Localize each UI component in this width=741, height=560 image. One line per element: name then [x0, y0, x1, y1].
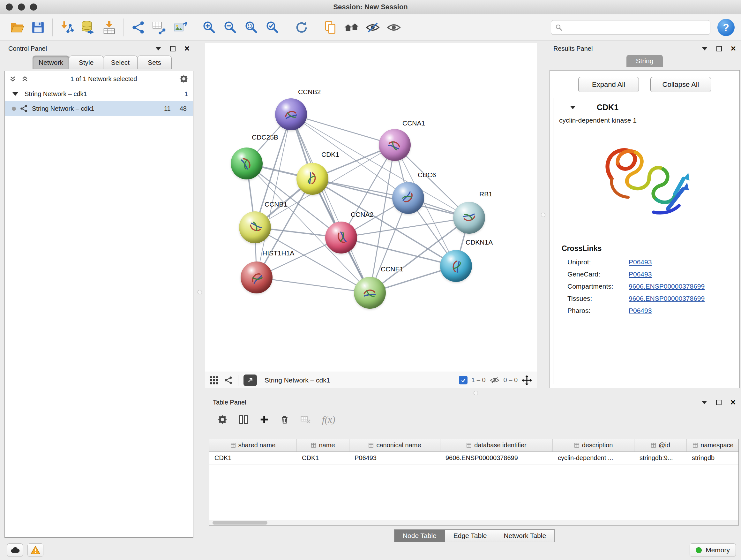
- close-panel-icon[interactable]: ×: [731, 44, 736, 53]
- collapse-all-icon[interactable]: [9, 75, 16, 82]
- crosslink-value-link[interactable]: P06493: [629, 270, 652, 278]
- network-view-title: String Network – cdk1: [265, 376, 330, 384]
- zoom-out-button[interactable]: [220, 17, 241, 38]
- delete-column-icon[interactable]: [280, 415, 289, 424]
- table-row[interactable]: CDK1CDK1P064939606.ENSP00000378699cyclin…: [209, 452, 738, 464]
- column-header-database-identifier[interactable]: database identifier: [441, 439, 553, 451]
- delete-table-icon[interactable]: [300, 415, 311, 424]
- select-columns-icon[interactable]: [239, 415, 249, 425]
- save-session-button[interactable]: [27, 17, 49, 38]
- function-builder-icon[interactable]: f(x): [322, 414, 335, 425]
- horizontal-splitter-handle[interactable]: [474, 391, 478, 395]
- hidden-eye-icon[interactable]: [489, 375, 500, 385]
- tab-network[interactable]: Network: [32, 56, 69, 69]
- tab-style[interactable]: Style: [69, 56, 104, 69]
- table-hscrollbar[interactable]: [209, 520, 738, 525]
- network-canvas[interactable]: CCNB2CCNA1CDC25BCDK1CDC6RB1CCNB1CCNA2CDK…: [205, 43, 537, 372]
- tab-node-table[interactable]: Node Table: [394, 530, 445, 542]
- expand-collapse-icon[interactable]: [12, 92, 18, 96]
- network-table-button[interactable]: [149, 17, 170, 38]
- expand-all-button[interactable]: Expand All: [578, 77, 639, 92]
- network-row[interactable]: String Network – cdk1 11 48: [5, 101, 193, 116]
- close-panel-icon[interactable]: ×: [185, 44, 190, 53]
- toolbar-search[interactable]: [551, 20, 711, 35]
- move-crosshair-icon[interactable]: [522, 375, 532, 386]
- network-node-cdkn1a[interactable]: [440, 250, 472, 282]
- add-column-icon[interactable]: [259, 415, 269, 424]
- gear-icon[interactable]: [179, 74, 189, 84]
- table-gear-icon[interactable]: [217, 415, 227, 425]
- network-node-ccne1[interactable]: [354, 277, 386, 309]
- network-collection-row[interactable]: String Network – cdk1 1: [5, 86, 193, 101]
- tab-edge-table[interactable]: Edge Table: [445, 530, 495, 542]
- network-node-ccnb1[interactable]: [239, 211, 271, 243]
- zoom-window-button[interactable]: [30, 3, 37, 10]
- column-header-shared-name[interactable]: shared name: [209, 439, 297, 451]
- float-panel-icon[interactable]: [155, 47, 161, 51]
- import-network-file-button[interactable]: [57, 17, 77, 38]
- column-header-label: namespace: [700, 442, 733, 449]
- hide-graphics-details-button[interactable]: [362, 17, 383, 38]
- detach-view-button[interactable]: [244, 374, 257, 386]
- share-network-button[interactable]: [128, 17, 149, 38]
- network-node-cdc25b[interactable]: [231, 147, 263, 179]
- network-node-cdc6[interactable]: [392, 182, 424, 214]
- zoom-selected-button[interactable]: [262, 17, 283, 38]
- minimize-window-button[interactable]: [18, 3, 25, 10]
- grid-view-icon[interactable]: [209, 375, 219, 385]
- share-view-icon[interactable]: [224, 376, 233, 385]
- maximize-panel-icon[interactable]: [170, 46, 176, 51]
- help-button[interactable]: ?: [718, 19, 735, 36]
- maximize-panel-icon[interactable]: [717, 46, 722, 51]
- network-node-hist1h1a[interactable]: [241, 261, 273, 294]
- warning-status-button[interactable]: [27, 543, 44, 557]
- protein-description: cyclin-dependent kinase 1: [553, 115, 736, 125]
- refresh-button[interactable]: [291, 17, 312, 38]
- zoom-fit-button[interactable]: [241, 17, 262, 38]
- copy-documents-icon: [324, 20, 338, 35]
- crosslink-value-link[interactable]: P06493: [629, 307, 652, 314]
- right-splitter-handle[interactable]: [541, 212, 545, 217]
- copy-documents-button[interactable]: [320, 17, 341, 38]
- left-splitter-handle[interactable]: [198, 290, 202, 294]
- tab-select[interactable]: Select: [103, 56, 138, 69]
- tab-network-table[interactable]: Network Table: [495, 530, 555, 542]
- birds-eye-view-button[interactable]: [341, 17, 362, 38]
- search-input[interactable]: [566, 24, 706, 31]
- show-graphics-details-button[interactable]: [383, 17, 404, 38]
- cloud-status-button[interactable]: [7, 543, 23, 557]
- maximize-panel-icon[interactable]: [716, 400, 722, 405]
- network-node-ccnb2[interactable]: [275, 98, 307, 130]
- protein-section-header[interactable]: CDK1: [553, 98, 736, 115]
- network-node-rb1[interactable]: [453, 202, 485, 234]
- column-header-namespace[interactable]: namespace: [687, 439, 739, 451]
- node-label: CCNA1: [402, 119, 425, 127]
- column-header-name[interactable]: name: [297, 439, 349, 451]
- collapse-section-icon[interactable]: [570, 106, 576, 109]
- crosslink-value-link[interactable]: 9606.ENSP00000378699: [629, 295, 704, 302]
- collapse-all-button[interactable]: Collapse All: [650, 77, 711, 92]
- column-header-description[interactable]: description: [553, 439, 634, 451]
- column-header-canonical-name[interactable]: canonical name: [349, 439, 441, 451]
- import-network-database-button[interactable]: [77, 17, 98, 38]
- expand-all-icon[interactable]: [21, 75, 28, 82]
- column-header--id[interactable]: @id: [634, 439, 687, 451]
- export-image-button[interactable]: [170, 17, 191, 38]
- import-table-button[interactable]: [98, 17, 120, 38]
- zoom-in-button[interactable]: [199, 17, 220, 38]
- selected-checkbox-icon[interactable]: [459, 376, 468, 384]
- open-session-button[interactable]: [6, 17, 27, 38]
- tab-string[interactable]: String: [626, 55, 663, 67]
- crosslink-value-link[interactable]: 9606.ENSP00000378699: [629, 283, 704, 290]
- network-node-cdk1[interactable]: [296, 163, 328, 195]
- network-node-ccna1[interactable]: [379, 129, 411, 161]
- hscroll-thumb[interactable]: [212, 521, 267, 524]
- close-window-button[interactable]: [6, 3, 13, 10]
- close-panel-icon[interactable]: ×: [731, 398, 736, 407]
- tab-sets[interactable]: Sets: [137, 56, 172, 69]
- float-panel-icon[interactable]: [702, 47, 708, 51]
- crosslink-value-link[interactable]: P06493: [629, 258, 652, 266]
- memory-button[interactable]: Memory: [690, 543, 736, 557]
- float-panel-icon[interactable]: [701, 401, 707, 404]
- network-node-ccna2[interactable]: [325, 222, 357, 253]
